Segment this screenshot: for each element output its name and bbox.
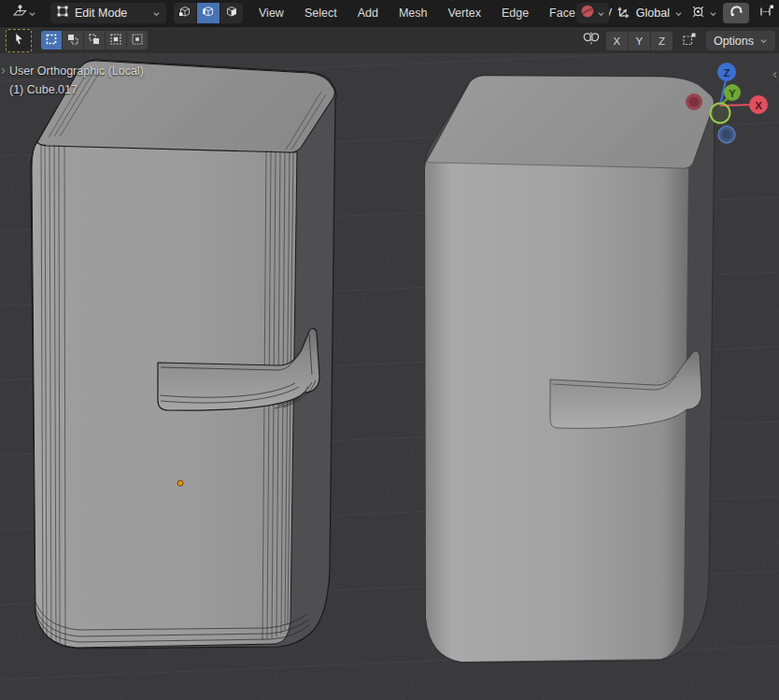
viewport-header: Edit Mode View <box>0 0 779 26</box>
editor-type-dropdown[interactable] <box>6 3 43 23</box>
select-mode-group <box>41 31 148 50</box>
face-select-icon <box>225 5 238 21</box>
viewport-canvas: Z Y X <box>0 53 779 700</box>
options-label: Options <box>714 35 754 48</box>
proportional-falloff-dropdown[interactable] <box>576 3 609 23</box>
mode-dropdown-label: Edit Mode <box>75 7 127 20</box>
pivot-point-icon <box>690 4 706 23</box>
select-mode-new-button[interactable] <box>41 31 62 50</box>
sidebar-expand-chevron[interactable]: ‹ <box>772 66 777 81</box>
menu-vertex[interactable]: Vertex <box>437 0 490 26</box>
menu-mesh[interactable]: Mesh <box>389 0 438 26</box>
mirror-butterfly-icon <box>582 31 601 50</box>
svg-text:Y: Y <box>729 88 736 99</box>
viewport-info-overlay: User Orthographic (Local) (1) Cube.017 <box>9 62 144 99</box>
snap-base-button[interactable] <box>678 32 701 50</box>
snap-grid-icon <box>682 32 697 50</box>
select-mode-invert-icon <box>110 32 121 49</box>
menu-view[interactable]: View <box>248 0 294 26</box>
snap-increment-icon <box>758 4 774 22</box>
3d-viewport[interactable]: Z Y X User Orthographic (Local) (1) Cube… <box>0 53 779 700</box>
object-origin-dot <box>177 480 183 486</box>
falloff-sphere-icon <box>580 4 595 22</box>
snap-magnet-icon <box>729 4 744 22</box>
mirror-y-toggle[interactable]: Y <box>629 32 650 50</box>
pivot-point-dropdown[interactable] <box>690 4 717 23</box>
select-mode-subtract-button[interactable] <box>84 31 105 50</box>
cursor-arrow-icon <box>12 32 25 50</box>
svg-text:X: X <box>755 100 762 111</box>
mesh-object-smooth[interactable] <box>425 76 715 663</box>
tool-settings-bar: X Y Z Options <box>0 26 779 53</box>
gizmo-axis-y[interactable]: Y <box>724 84 741 101</box>
select-mode-invert-button[interactable] <box>106 31 126 50</box>
vertex-select-icon <box>178 5 191 21</box>
select-mode-intersect-icon <box>132 32 143 49</box>
transform-orientation-dropdown[interactable]: Global <box>615 5 685 22</box>
svg-text:Z: Z <box>723 67 729 79</box>
select-mode-extend-icon <box>67 32 78 49</box>
toolbar-expand-chevron[interactable]: › <box>1 63 6 78</box>
menu-edge[interactable]: Edge <box>491 0 539 26</box>
mesh-select-mode-group <box>174 3 243 23</box>
select-mode-new-icon <box>46 32 57 49</box>
gizmo-axis-negy[interactable] <box>711 104 730 123</box>
orientation-global-icon <box>616 5 631 22</box>
edit-mode-icon <box>56 5 69 21</box>
mirror-axis-group: X Y Z <box>606 32 673 50</box>
mode-dropdown[interactable]: Edit Mode <box>50 3 166 23</box>
active-object-label: (1) Cube.017 <box>9 80 144 99</box>
gizmo-axis-z[interactable]: Z <box>717 63 736 81</box>
snap-increment-button[interactable] <box>755 3 777 23</box>
snap-toggle-button[interactable] <box>723 3 749 23</box>
select-mode-intersect-button[interactable] <box>127 31 148 50</box>
face-select-mode-button[interactable] <box>220 3 243 23</box>
edge-select-mode-button[interactable] <box>197 3 220 23</box>
orientation-label: Global <box>636 7 670 20</box>
view-name-label: User Orthographic (Local) <box>9 62 144 80</box>
menubar: View Select Add Mesh Vertex Edge Face UV <box>248 0 622 26</box>
gizmo-axis-x[interactable]: X <box>749 95 768 114</box>
menu-add[interactable]: Add <box>347 0 389 26</box>
mirror-x-toggle[interactable]: X <box>606 32 628 50</box>
edge-select-icon <box>202 5 215 21</box>
options-dropdown[interactable]: Options <box>706 31 775 50</box>
menu-select[interactable]: Select <box>294 0 347 26</box>
editor-3d-viewport-icon <box>12 4 28 22</box>
select-mode-subtract-icon <box>89 32 100 49</box>
vertex-select-mode-button[interactable] <box>174 3 196 23</box>
mesh-object-edit-mode[interactable] <box>31 60 336 649</box>
active-tool-select-box-button[interactable] <box>6 29 32 52</box>
mirror-z-toggle[interactable]: Z <box>651 32 673 50</box>
select-mode-extend-button[interactable] <box>63 31 83 50</box>
